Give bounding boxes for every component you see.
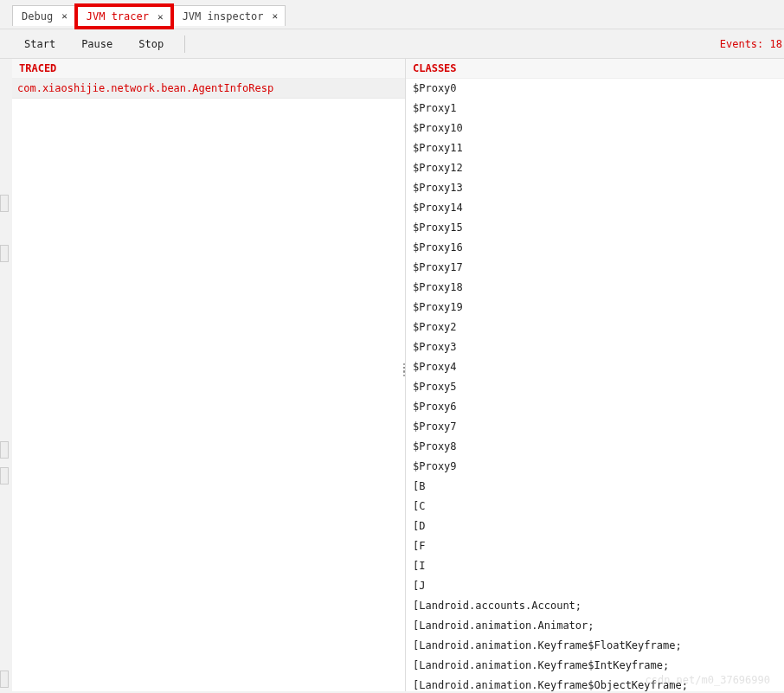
sidebar-toggle[interactable] <box>0 195 9 212</box>
class-item[interactable]: [J <box>406 576 784 596</box>
classes-header: CLASSES <box>406 59 784 79</box>
class-item[interactable]: [B <box>406 477 784 497</box>
class-item[interactable]: $Proxy13 <box>406 178 784 198</box>
class-item[interactable]: $Proxy9 <box>406 457 784 477</box>
class-item[interactable]: $Proxy1 <box>406 99 784 119</box>
class-item[interactable]: $Proxy8 <box>406 437 784 457</box>
class-item[interactable]: $Proxy10 <box>406 119 784 138</box>
class-item[interactable]: $Proxy3 <box>406 337 784 357</box>
sidebar-toggle[interactable] <box>0 671 9 688</box>
classes-panel: ⋮⋮ CLASSES $Proxy0$Proxy1$Proxy10$Proxy1… <box>406 59 784 691</box>
class-item[interactable]: [I <box>406 556 784 576</box>
close-icon[interactable]: ✕ <box>61 10 67 22</box>
start-button[interactable]: Start <box>14 35 66 54</box>
tab-jvm-tracer[interactable]: JVM tracer ✕ <box>74 3 174 29</box>
class-item[interactable]: $Proxy12 <box>406 158 784 178</box>
class-item[interactable]: [C <box>406 497 784 517</box>
stop-button[interactable]: Stop <box>128 35 174 54</box>
class-item[interactable]: [F <box>406 536 784 556</box>
toolbar: Start Pause Stop Events: 18 <box>0 29 784 59</box>
main-area: TRACED com.xiaoshijie.network.bean.Agent… <box>12 59 784 691</box>
class-item[interactable]: $Proxy18 <box>406 278 784 298</box>
sidebar-toggle[interactable] <box>0 467 9 484</box>
class-item[interactable]: $Proxy7 <box>406 417 784 437</box>
traced-header: TRACED <box>12 59 405 79</box>
tab-bar: Debug ✕ JVM tracer ✕ JVM inspector ✕ <box>0 0 784 29</box>
events-count: Events: 18 <box>720 38 784 50</box>
traced-panel: TRACED com.xiaoshijie.network.bean.Agent… <box>12 59 406 691</box>
class-item[interactable]: [Landroid.animation.Keyframe$IntKeyframe… <box>406 656 784 676</box>
class-item[interactable]: $Proxy19 <box>406 298 784 318</box>
tab-label: JVM inspector <box>183 10 264 22</box>
traced-list: com.xiaoshijie.network.bean.AgentInfoRes… <box>12 79 405 99</box>
class-item[interactable]: $Proxy14 <box>406 198 784 218</box>
class-item[interactable]: [Landroid.animation.Keyframe$FloatKeyfra… <box>406 636 784 656</box>
sidebar-toggle[interactable] <box>0 245 9 262</box>
sidebar-toggle[interactable] <box>0 441 9 459</box>
tab-jvm-inspector[interactable]: JVM inspector ✕ <box>173 5 286 26</box>
class-item[interactable]: $Proxy11 <box>406 138 784 158</box>
class-item[interactable]: $Proxy17 <box>406 258 784 278</box>
class-item[interactable]: $Proxy15 <box>406 218 784 238</box>
classes-list[interactable]: $Proxy0$Proxy1$Proxy10$Proxy11$Proxy12$P… <box>406 79 784 691</box>
close-icon[interactable]: ✕ <box>273 10 279 22</box>
class-item[interactable]: $Proxy6 <box>406 397 784 417</box>
pause-button[interactable]: Pause <box>71 35 123 54</box>
class-item[interactable]: [Landroid.animation.Animator; <box>406 616 784 636</box>
class-item[interactable]: $Proxy5 <box>406 377 784 397</box>
traced-item[interactable]: com.xiaoshijie.network.bean.AgentInfoRes… <box>12 79 405 99</box>
class-item[interactable]: $Proxy16 <box>406 238 784 258</box>
class-item[interactable]: [D <box>406 517 784 536</box>
close-icon[interactable]: ✕ <box>157 11 164 22</box>
tab-label: Debug <box>22 10 53 22</box>
tab-label: JVM tracer <box>87 10 149 22</box>
splitter-handle[interactable]: ⋮⋮ <box>398 366 405 373</box>
tab-debug[interactable]: Debug ✕ <box>12 5 75 26</box>
class-item[interactable]: [Landroid.animation.Keyframe$ObjectKeyfr… <box>406 676 784 691</box>
class-item[interactable]: $Proxy4 <box>406 357 784 377</box>
class-item[interactable]: $Proxy2 <box>406 318 784 337</box>
separator <box>184 35 185 53</box>
class-item[interactable]: [Landroid.accounts.Account; <box>406 596 784 616</box>
class-item[interactable]: $Proxy0 <box>406 79 784 99</box>
